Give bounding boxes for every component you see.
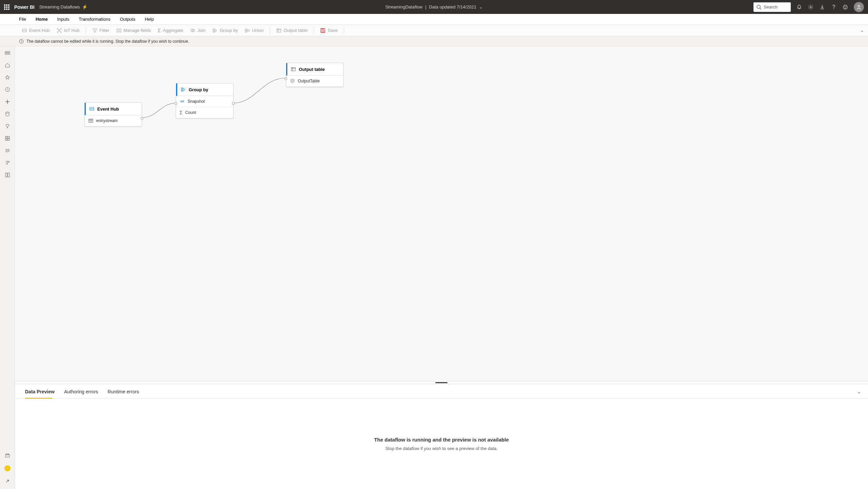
node-event-hub[interactable]: Event Hub entrystream bbox=[84, 102, 142, 127]
snapshot-icon bbox=[180, 99, 185, 104]
svg-point-56 bbox=[183, 101, 184, 102]
group-by-icon bbox=[181, 87, 186, 92]
ribbon-output-table[interactable]: Output table bbox=[273, 26, 310, 35]
brand-label: Power BI bbox=[14, 4, 35, 10]
panel-collapse-icon[interactable]: ⌄ bbox=[857, 389, 861, 394]
menu-help[interactable]: Help bbox=[145, 15, 154, 24]
menu-file[interactable]: File bbox=[19, 15, 26, 24]
nav-recent-icon[interactable] bbox=[4, 86, 11, 93]
input-port[interactable] bbox=[174, 102, 177, 105]
svg-rect-39 bbox=[8, 139, 9, 140]
output-table-icon bbox=[291, 66, 296, 72]
svg-rect-49 bbox=[89, 119, 93, 122]
svg-rect-15 bbox=[120, 29, 121, 32]
svg-rect-43 bbox=[5, 173, 7, 177]
ribbon-event-hub[interactable]: Event Hub bbox=[19, 26, 53, 35]
info-icon bbox=[19, 39, 24, 44]
diagram-canvas[interactable]: Event Hub entrystream Group by Snapshot … bbox=[15, 46, 868, 381]
search-input[interactable]: Search bbox=[753, 2, 791, 12]
nav-menu-toggle[interactable] bbox=[4, 50, 11, 56]
svg-point-6 bbox=[858, 5, 860, 7]
user-avatar[interactable] bbox=[854, 2, 864, 12]
nav-create-icon[interactable] bbox=[4, 99, 11, 105]
ribbon-group-by[interactable]: Group by bbox=[210, 26, 241, 35]
svg-rect-37 bbox=[8, 136, 9, 138]
ribbon-manage-fields[interactable]: Manage fields bbox=[113, 26, 154, 35]
connector-wires bbox=[15, 46, 868, 381]
menu-transformations[interactable]: Transformations bbox=[79, 15, 110, 24]
ribbon-save[interactable]: Save bbox=[317, 26, 340, 35]
download-icon[interactable] bbox=[819, 4, 825, 10]
settings-icon[interactable] bbox=[808, 4, 814, 10]
output-port[interactable] bbox=[141, 117, 143, 120]
panel-resize-handle[interactable] bbox=[15, 381, 868, 384]
tab-data-preview[interactable]: Data Preview bbox=[25, 389, 55, 398]
tab-runtime-errors[interactable]: Runtime errors bbox=[108, 389, 139, 398]
tab-authoring-errors[interactable]: Authoring errors bbox=[64, 389, 98, 398]
svg-rect-38 bbox=[5, 139, 7, 140]
workspace-label: Streaming Dataflows ⚡ bbox=[39, 4, 87, 9]
node-title: Output table bbox=[299, 67, 325, 72]
chevron-down-icon[interactable]: ⌄ bbox=[479, 4, 483, 9]
svg-rect-54 bbox=[181, 90, 183, 91]
feedback-icon[interactable] bbox=[842, 4, 848, 10]
event-hub-icon bbox=[89, 106, 95, 112]
updated-label: Data updated 7/14/2021 bbox=[429, 4, 476, 9]
title-bar-center[interactable]: StreamingDataflow | Data updated 7/14/20… bbox=[385, 4, 483, 9]
svg-rect-45 bbox=[5, 455, 9, 457]
app-launcher-icon[interactable] bbox=[4, 4, 9, 10]
svg-rect-46 bbox=[6, 454, 9, 455]
nav-apps-icon[interactable] bbox=[4, 135, 11, 141]
node-output-table[interactable]: Output table OutputTable bbox=[286, 63, 344, 87]
nav-datasets-icon[interactable] bbox=[4, 111, 11, 117]
menu-outputs[interactable]: Outputs bbox=[120, 15, 136, 24]
nav-workspace-selector[interactable]: ⚡ bbox=[4, 465, 11, 471]
output-port[interactable] bbox=[232, 102, 235, 105]
svg-rect-18 bbox=[213, 29, 215, 30]
ribbon-filter[interactable]: Filter bbox=[89, 26, 112, 35]
lightning-icon: ⚡ bbox=[82, 4, 87, 9]
input-port[interactable] bbox=[285, 77, 287, 80]
svg-rect-21 bbox=[245, 31, 247, 32]
left-nav: ⚡ bbox=[0, 46, 15, 489]
sigma-icon: Σ bbox=[180, 110, 183, 115]
svg-point-13 bbox=[61, 32, 61, 32]
nav-workspaces-icon[interactable] bbox=[4, 172, 11, 178]
svg-rect-26 bbox=[321, 28, 325, 33]
ribbon-join[interactable]: Join bbox=[187, 26, 208, 35]
workspace-name: Streaming Dataflows bbox=[39, 4, 80, 9]
notifications-icon[interactable] bbox=[796, 4, 802, 10]
ribbon-aggregate[interactable]: ΣAggregate bbox=[155, 26, 186, 35]
nav-pipelines-icon[interactable] bbox=[4, 452, 11, 458]
layers-icon bbox=[290, 78, 295, 84]
ribbon-collapse-icon[interactable]: ⌄ bbox=[860, 28, 864, 33]
svg-point-35 bbox=[6, 112, 9, 113]
help-icon[interactable]: ? bbox=[831, 4, 837, 10]
ribbon-iot-hub[interactable]: IoT Hub bbox=[54, 26, 82, 35]
top-bar: Power BI Streaming Dataflows ⚡ Streaming… bbox=[0, 0, 868, 14]
table-icon bbox=[88, 118, 94, 123]
menu-inputs[interactable]: Inputs bbox=[57, 15, 69, 24]
svg-rect-22 bbox=[248, 30, 249, 31]
node-field: Count bbox=[185, 110, 196, 115]
nav-home-icon[interactable] bbox=[4, 62, 11, 68]
svg-rect-44 bbox=[8, 173, 9, 177]
divider: | bbox=[425, 4, 426, 9]
svg-point-5 bbox=[846, 6, 846, 7]
nav-learn-icon[interactable] bbox=[4, 160, 11, 166]
menu-bar: File Home Inputs Transformations Outputs… bbox=[0, 14, 868, 25]
svg-point-11 bbox=[61, 28, 61, 29]
node-group-by[interactable]: Group by Snapshot ΣCount bbox=[176, 83, 233, 119]
nav-goals-icon[interactable] bbox=[4, 123, 11, 129]
ribbon-union[interactable]: Union bbox=[242, 26, 266, 35]
node-title: Group by bbox=[189, 87, 208, 92]
svg-rect-27 bbox=[322, 31, 324, 33]
nav-favorites-icon[interactable] bbox=[4, 74, 11, 80]
panel-body: The dataflow is running and the preview … bbox=[15, 399, 868, 489]
nav-expand-icon[interactable] bbox=[4, 478, 11, 484]
svg-point-42 bbox=[8, 161, 9, 162]
svg-rect-19 bbox=[213, 31, 215, 32]
menu-home[interactable]: Home bbox=[36, 15, 48, 24]
nav-shared-icon[interactable] bbox=[4, 148, 11, 154]
svg-point-4 bbox=[845, 6, 845, 7]
